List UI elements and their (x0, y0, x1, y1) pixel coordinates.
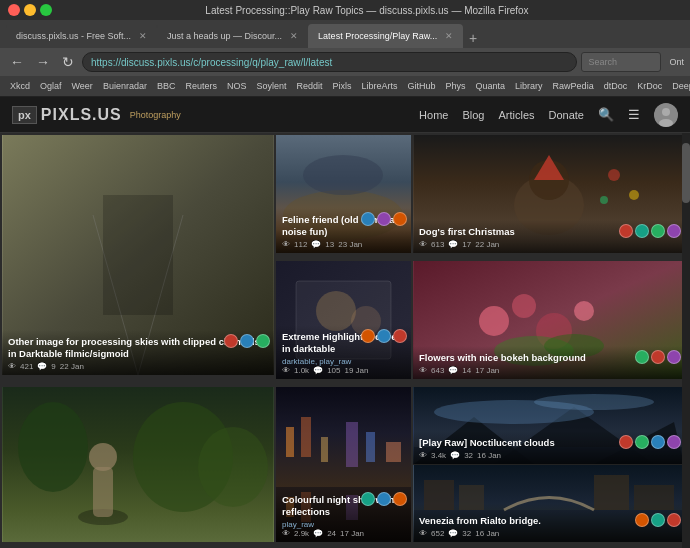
nav-donate[interactable]: Donate (549, 109, 584, 121)
tab-1-close[interactable]: ✕ (139, 31, 147, 41)
post-meta2-night: 👁 2.9k 💬 24 17 Jan (282, 529, 405, 538)
bookmark-reuters[interactable]: Reuters (181, 80, 221, 92)
bookmark-buienradar[interactable]: Buienradar (99, 80, 151, 92)
replies-venice: 32 (462, 529, 471, 538)
tab-3[interactable]: Latest Processing/Play Raw... ✕ (308, 24, 463, 48)
tab-2[interactable]: Just a heads up — Discour... ✕ (157, 24, 308, 48)
tab-bar: discuss.pixls.us - Free Soft... ✕ Just a… (0, 20, 690, 48)
search-icon[interactable]: 🔍 (598, 107, 614, 122)
replies-dog: 17 (462, 240, 471, 249)
post-dog[interactable]: Dog's first Christmas 👁 613 💬 17 22 Jan (413, 135, 685, 253)
menu-icon[interactable]: ☰ (628, 107, 640, 122)
user-icon (377, 329, 391, 343)
svg-rect-6 (103, 195, 173, 315)
bookmark-rawpedia[interactable]: RawPedia (549, 80, 598, 92)
post-noctilucent[interactable]: [Play Raw] Noctilucent clouds 👁 3.4k 💬 3… (413, 387, 685, 542)
svg-point-14 (608, 169, 620, 181)
post-feline[interactable]: Feline friend (old camera noise fun) 👁 1… (276, 135, 411, 253)
bookmark-nos[interactable]: NOS (223, 80, 251, 92)
bookmark-library[interactable]: Library (511, 80, 547, 92)
user-icon (667, 435, 681, 449)
reload-button[interactable]: ↻ (58, 52, 78, 72)
new-tab-button[interactable]: + (463, 28, 483, 48)
nav-articles[interactable]: Articles (498, 109, 534, 121)
svg-point-23 (512, 294, 536, 318)
bookmark-pixls[interactable]: Pixls (329, 80, 356, 92)
post-meta-highlight: darktable, play_raw (282, 357, 405, 366)
svg-point-52 (534, 394, 654, 410)
user-icon (667, 224, 681, 238)
forward-button[interactable]: → (32, 52, 54, 72)
replies-flowers: 14 (462, 366, 471, 375)
post-flowers[interactable]: Flowers with nice bokeh background 👁 643… (413, 261, 685, 379)
svg-rect-55 (424, 480, 454, 510)
tab-2-close[interactable]: ✕ (290, 31, 298, 41)
bookmark-quanta[interactable]: Quanta (472, 80, 510, 92)
window-controls[interactable] (8, 4, 52, 16)
post-silhouette[interactable] (2, 387, 274, 542)
views-flowers: 643 (431, 366, 444, 375)
bookmark-weer[interactable]: Weer (68, 80, 97, 92)
tab-1[interactable]: discuss.pixls.us - Free Soft... ✕ (6, 24, 157, 48)
replies-night: 24 (327, 529, 336, 538)
user-icon (393, 212, 407, 226)
bookmark-librearts[interactable]: LibreArts (358, 80, 402, 92)
close-button[interactable] (8, 4, 20, 16)
bookmark-phys[interactable]: Phys (442, 80, 470, 92)
svg-point-15 (629, 190, 639, 200)
post-highlight[interactable]: Extreme Highlight recovey in darktable d… (276, 261, 411, 379)
bookmark-github[interactable]: GitHub (404, 80, 440, 92)
url-bar[interactable]: https://discuss.pixls.us/c/processing/q/… (82, 52, 577, 72)
minimize-button[interactable] (24, 4, 36, 16)
scrollbar-thumb[interactable] (682, 143, 690, 203)
svg-rect-37 (301, 417, 311, 457)
card-user-icons-dog (619, 224, 681, 238)
svg-rect-38 (321, 437, 328, 462)
user-icon (619, 435, 633, 449)
bookmark-bbc[interactable]: BBC (153, 80, 180, 92)
user-icon (240, 334, 254, 348)
bookmark-deepl[interactable]: DeepL (668, 80, 690, 92)
svg-rect-58 (634, 485, 674, 510)
date-feline: 23 Jan (338, 240, 362, 249)
window-title: Latest Processing::Play Raw Topics — dis… (52, 5, 682, 16)
svg-point-2 (659, 119, 673, 127)
user-avatar[interactable] (654, 103, 678, 127)
user-icon (635, 435, 649, 449)
search-box[interactable]: Search (581, 52, 661, 72)
user-icon (651, 513, 665, 527)
date-night: 17 Jan (340, 529, 364, 538)
nav-blog[interactable]: Blog (462, 109, 484, 121)
bookmark-oglaf[interactable]: Oglaf (36, 80, 66, 92)
bookmark-xkcd[interactable]: Xkcd (6, 80, 34, 92)
svg-rect-30 (93, 467, 113, 517)
tab-3-label: Latest Processing/Play Raw... (318, 31, 437, 41)
nav-home[interactable]: Home (419, 109, 448, 121)
search-label: Search (588, 57, 617, 67)
bookmark-krdoc[interactable]: KrDoc (633, 80, 666, 92)
user-icon (393, 329, 407, 343)
replies-highlight: 105 (327, 366, 340, 375)
post-night[interactable]: Colourful night shot with reflections pl… (276, 387, 411, 542)
user-icon (377, 212, 391, 226)
post-tag-highlight: darktable, play_raw (282, 357, 351, 366)
site-header: px PIXLS.US Photography Home Blog Articl… (0, 97, 690, 133)
views-street: 421 (20, 362, 33, 371)
logo[interactable]: px PIXLS.US (12, 106, 122, 124)
user-icon (651, 435, 665, 449)
svg-rect-57 (594, 475, 629, 510)
user-icon (635, 350, 649, 364)
back-button[interactable]: ← (6, 52, 28, 72)
site-nav: Home Blog Articles Donate 🔍 ☰ (419, 103, 678, 127)
maximize-button[interactable] (40, 4, 52, 16)
bookmark-dtdoc[interactable]: dtDoc (600, 80, 632, 92)
card-overlay-venice: Venezia from Rialto bridge. 👁 652 💬 32 1… (413, 509, 685, 542)
scrollbar[interactable] (682, 133, 690, 548)
post-street[interactable]: Other image for processing skies with cl… (2, 135, 274, 375)
photography-label: Photography (130, 110, 181, 120)
tab-3-close[interactable]: ✕ (445, 31, 453, 41)
bookmark-soylent[interactable]: Soylent (252, 80, 290, 92)
bookmark-reddit[interactable]: Reddit (292, 80, 326, 92)
svg-point-22 (479, 306, 509, 336)
card-user-icons-night (361, 492, 407, 506)
